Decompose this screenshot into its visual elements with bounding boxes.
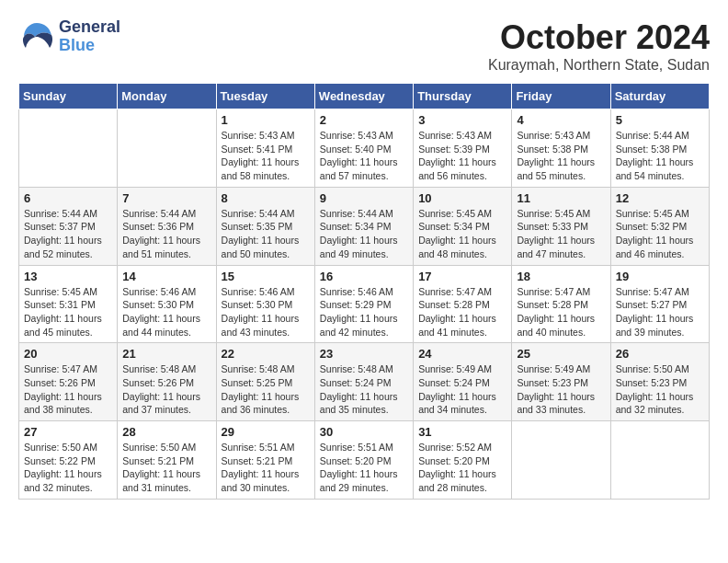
calendar-week-4: 20Sunrise: 5:47 AMSunset: 5:26 PMDayligh… [19, 343, 710, 421]
day-number: 28 [122, 425, 210, 439]
day-info: Sunrise: 5:44 AMSunset: 5:36 PMDaylight:… [122, 207, 210, 261]
calendar-cell: 14Sunrise: 5:46 AMSunset: 5:30 PMDayligh… [118, 265, 216, 343]
day-number: 25 [517, 347, 605, 361]
day-header-thursday: Thursday [414, 84, 512, 109]
day-header-sunday: Sunday [19, 84, 118, 109]
calendar-cell: 13Sunrise: 5:45 AMSunset: 5:31 PMDayligh… [19, 265, 118, 343]
calendar-cell: 4Sunrise: 5:43 AMSunset: 5:38 PMDaylight… [512, 109, 610, 188]
calendar-cell: 12Sunrise: 5:45 AMSunset: 5:32 PMDayligh… [610, 187, 709, 265]
day-number: 22 [222, 347, 310, 361]
calendar-week-3: 13Sunrise: 5:45 AMSunset: 5:31 PMDayligh… [19, 265, 710, 343]
calendar-week-5: 27Sunrise: 5:50 AMSunset: 5:22 PMDayligh… [19, 421, 710, 500]
day-info: Sunrise: 5:48 AMSunset: 5:25 PMDaylight:… [222, 362, 310, 417]
day-info: Sunrise: 5:52 AMSunset: 5:20 PMDaylight:… [418, 441, 506, 495]
day-info: Sunrise: 5:46 AMSunset: 5:29 PMDaylight:… [320, 285, 408, 339]
day-info: Sunrise: 5:49 AMSunset: 5:23 PMDaylight:… [517, 362, 605, 417]
calendar-cell: 8Sunrise: 5:44 AMSunset: 5:35 PMDaylight… [216, 187, 314, 265]
calendar-cell: 15Sunrise: 5:46 AMSunset: 5:30 PMDayligh… [216, 265, 314, 343]
logo-general: General [59, 18, 120, 37]
day-header-tuesday: Tuesday [216, 84, 314, 109]
day-number: 17 [418, 270, 506, 283]
calendar-cell: 19Sunrise: 5:47 AMSunset: 5:27 PMDayligh… [610, 265, 709, 343]
calendar-table: SundayMondayTuesdayWednesdayThursdayFrid… [18, 83, 710, 500]
calendar-cell: 31Sunrise: 5:52 AMSunset: 5:20 PMDayligh… [414, 421, 512, 500]
day-header-wednesday: Wednesday [314, 84, 413, 109]
day-info: Sunrise: 5:51 AMSunset: 5:21 PMDaylight:… [222, 441, 310, 495]
calendar-cell: 11Sunrise: 5:45 AMSunset: 5:33 PMDayligh… [512, 187, 610, 265]
calendar-header-row: SundayMondayTuesdayWednesdayThursdayFrid… [19, 84, 710, 109]
day-number: 14 [122, 270, 210, 283]
calendar-cell: 18Sunrise: 5:47 AMSunset: 5:28 PMDayligh… [512, 265, 610, 343]
day-info: Sunrise: 5:44 AMSunset: 5:38 PMDaylight:… [616, 129, 704, 183]
calendar-cell: 1Sunrise: 5:43 AMSunset: 5:41 PMDaylight… [216, 109, 314, 188]
day-number: 8 [222, 191, 310, 205]
day-info: Sunrise: 5:47 AMSunset: 5:27 PMDaylight:… [616, 285, 704, 339]
calendar-week-1: 1Sunrise: 5:43 AMSunset: 5:41 PMDaylight… [19, 109, 710, 188]
day-number: 30 [320, 425, 408, 439]
day-info: Sunrise: 5:44 AMSunset: 5:37 PMDaylight:… [24, 207, 112, 261]
day-number: 21 [122, 347, 210, 361]
calendar-cell: 24Sunrise: 5:49 AMSunset: 5:24 PMDayligh… [414, 343, 512, 421]
day-info: Sunrise: 5:43 AMSunset: 5:40 PMDaylight:… [320, 129, 408, 183]
day-number: 1 [222, 113, 310, 127]
day-info: Sunrise: 5:45 AMSunset: 5:31 PMDaylight:… [24, 285, 112, 339]
calendar-cell: 27Sunrise: 5:50 AMSunset: 5:22 PMDayligh… [19, 421, 118, 500]
calendar-cell: 16Sunrise: 5:46 AMSunset: 5:29 PMDayligh… [314, 265, 413, 343]
day-number: 6 [24, 191, 112, 205]
day-info: Sunrise: 5:46 AMSunset: 5:30 PMDaylight:… [122, 285, 210, 339]
calendar-cell: 2Sunrise: 5:43 AMSunset: 5:40 PMDaylight… [314, 109, 413, 188]
calendar-cell: 25Sunrise: 5:49 AMSunset: 5:23 PMDayligh… [512, 343, 610, 421]
logo-text: General Blue [59, 18, 120, 55]
logo-blue: Blue [59, 37, 120, 55]
day-number: 23 [320, 347, 408, 361]
day-info: Sunrise: 5:47 AMSunset: 5:28 PMDaylight:… [418, 285, 506, 339]
day-header-saturday: Saturday [610, 84, 709, 109]
day-number: 4 [517, 113, 605, 127]
day-header-monday: Monday [118, 84, 216, 109]
day-info: Sunrise: 5:48 AMSunset: 5:24 PMDaylight:… [320, 362, 408, 417]
calendar-cell: 20Sunrise: 5:47 AMSunset: 5:26 PMDayligh… [19, 343, 118, 421]
day-info: Sunrise: 5:43 AMSunset: 5:39 PMDaylight:… [418, 129, 506, 183]
day-number: 27 [24, 425, 112, 439]
day-number: 7 [122, 191, 210, 205]
calendar-week-2: 6Sunrise: 5:44 AMSunset: 5:37 PMDaylight… [19, 187, 710, 265]
day-number: 12 [616, 191, 704, 205]
day-number: 15 [222, 270, 310, 283]
day-info: Sunrise: 5:44 AMSunset: 5:34 PMDaylight:… [320, 207, 408, 261]
day-info: Sunrise: 5:46 AMSunset: 5:30 PMDaylight:… [222, 285, 310, 339]
day-number: 18 [517, 270, 605, 283]
day-number: 3 [418, 113, 506, 127]
day-info: Sunrise: 5:45 AMSunset: 5:32 PMDaylight:… [616, 207, 704, 261]
logo-icon [18, 18, 55, 55]
day-number: 31 [418, 425, 506, 439]
day-number: 5 [616, 113, 704, 127]
calendar-cell: 3Sunrise: 5:43 AMSunset: 5:39 PMDaylight… [414, 109, 512, 188]
day-number: 24 [418, 347, 506, 361]
day-number: 20 [24, 347, 112, 361]
calendar-cell: 23Sunrise: 5:48 AMSunset: 5:24 PMDayligh… [314, 343, 413, 421]
day-number: 16 [320, 270, 408, 283]
calendar-cell: 30Sunrise: 5:51 AMSunset: 5:20 PMDayligh… [314, 421, 413, 500]
calendar-cell: 10Sunrise: 5:45 AMSunset: 5:34 PMDayligh… [414, 187, 512, 265]
calendar-cell: 29Sunrise: 5:51 AMSunset: 5:21 PMDayligh… [216, 421, 314, 500]
day-info: Sunrise: 5:47 AMSunset: 5:26 PMDaylight:… [24, 362, 112, 417]
day-info: Sunrise: 5:43 AMSunset: 5:41 PMDaylight:… [222, 129, 310, 183]
day-number: 2 [320, 113, 408, 127]
day-info: Sunrise: 5:45 AMSunset: 5:34 PMDaylight:… [418, 207, 506, 261]
day-info: Sunrise: 5:50 AMSunset: 5:22 PMDaylight:… [24, 441, 112, 495]
day-number: 29 [222, 425, 310, 439]
page-header: General Blue October 2024 Kuraymah, Nort… [18, 18, 710, 74]
calendar-cell: 6Sunrise: 5:44 AMSunset: 5:37 PMDaylight… [19, 187, 118, 265]
location-title: Kuraymah, Northern State, Sudan [488, 57, 710, 74]
calendar-cell [19, 109, 118, 188]
day-number: 9 [320, 191, 408, 205]
day-info: Sunrise: 5:48 AMSunset: 5:26 PMDaylight:… [122, 362, 210, 417]
day-info: Sunrise: 5:51 AMSunset: 5:20 PMDaylight:… [320, 441, 408, 495]
calendar-cell: 5Sunrise: 5:44 AMSunset: 5:38 PMDaylight… [610, 109, 709, 188]
calendar-cell: 22Sunrise: 5:48 AMSunset: 5:25 PMDayligh… [216, 343, 314, 421]
day-info: Sunrise: 5:44 AMSunset: 5:35 PMDaylight:… [222, 207, 310, 261]
calendar-cell [610, 421, 709, 500]
logo: General Blue [18, 18, 120, 55]
title-block: October 2024 Kuraymah, Northern State, S… [488, 18, 710, 74]
day-info: Sunrise: 5:47 AMSunset: 5:28 PMDaylight:… [517, 285, 605, 339]
